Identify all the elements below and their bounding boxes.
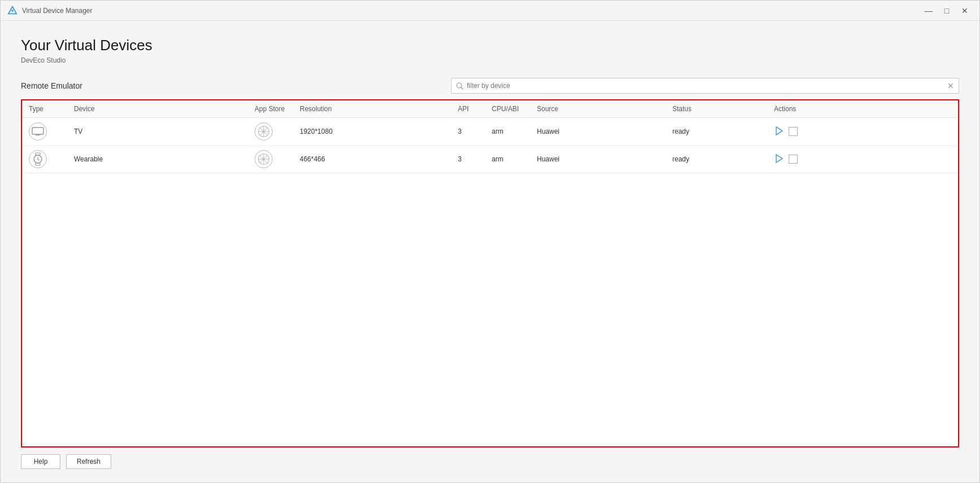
cell-source: Huawei — [530, 146, 666, 173]
cell-actions — [767, 118, 958, 146]
appstore-icon — [255, 150, 273, 168]
cell-source: Huawei — [530, 118, 666, 146]
title-bar-left: Virtual Device Manager — [7, 6, 93, 16]
svg-rect-4 — [32, 128, 43, 134]
search-box[interactable]: ✕ — [451, 78, 959, 94]
col-header-status: Status — [666, 100, 767, 118]
cell-status: ready — [666, 146, 767, 173]
cell-api: 3 — [451, 146, 485, 173]
play-button[interactable] — [774, 125, 784, 138]
col-header-api: API — [451, 100, 485, 118]
window-controls: — □ ✕ — [921, 4, 973, 17]
cell-type — [22, 118, 67, 146]
maximize-button[interactable]: □ — [939, 4, 955, 17]
title-bar: Virtual Device Manager — □ ✕ — [1, 1, 979, 21]
cell-resolution: 466*466 — [293, 146, 451, 173]
cell-cpuabi: arm — [485, 146, 530, 173]
cell-cpuabi: arm — [485, 118, 530, 146]
main-content: Your Virtual Devices DevEco Studio Remot… — [1, 21, 979, 482]
col-header-cpuabi: CPU/ABI — [485, 100, 530, 118]
cell-resolution: 1920*1080 — [293, 118, 451, 146]
devices-table: Type Device App Store Resolution API CPU… — [22, 100, 958, 173]
refresh-button[interactable]: Refresh — [66, 454, 111, 469]
cell-type — [22, 146, 67, 173]
cell-actions — [767, 146, 958, 173]
device-type-icon — [29, 122, 47, 140]
cell-appstore — [248, 118, 293, 146]
footer: Help Refresh — [21, 447, 959, 471]
action-square-button[interactable] — [789, 127, 798, 136]
cell-device: TV — [67, 118, 248, 146]
col-header-device: Device — [67, 100, 248, 118]
app-logo-icon — [7, 6, 18, 16]
section-title: Remote Emulator — [21, 81, 82, 90]
close-button[interactable]: ✕ — [957, 4, 973, 17]
main-window: Virtual Device Manager — □ ✕ Your Virtua… — [0, 0, 980, 483]
cell-status: ready — [666, 118, 767, 146]
window-title: Virtual Device Manager — [22, 7, 93, 15]
play-button[interactable] — [774, 153, 784, 166]
table-header-row: Type Device App Store Resolution API CPU… — [22, 100, 958, 118]
col-header-type: Type — [22, 100, 67, 118]
cell-api: 3 — [451, 118, 485, 146]
table-row: TV 1920*1080 3 arm Huawei ready — [22, 118, 958, 146]
page-subtitle: DevEco Studio — [21, 56, 959, 64]
svg-line-3 — [461, 87, 463, 89]
minimize-button[interactable]: — — [921, 4, 937, 17]
section-header: Remote Emulator ✕ — [21, 78, 959, 94]
appstore-icon — [255, 122, 273, 140]
col-header-actions: Actions — [767, 100, 958, 118]
col-header-source: Source — [530, 100, 666, 118]
table-row: Wearable 466*466 3 arm Huawei ready — [22, 146, 958, 173]
cell-device: Wearable — [67, 146, 248, 173]
search-input[interactable] — [467, 82, 944, 90]
search-icon — [456, 82, 463, 90]
page-title: Your Virtual Devices — [21, 37, 959, 54]
col-header-appstore: App Store — [248, 100, 293, 118]
search-clear-icon[interactable]: ✕ — [947, 82, 954, 90]
cell-appstore — [248, 146, 293, 173]
svg-line-17 — [38, 159, 39, 160]
device-type-icon — [29, 150, 47, 168]
help-button[interactable]: Help — [21, 454, 60, 469]
devices-table-container: Type Device App Store Resolution API CPU… — [21, 99, 959, 447]
col-header-resolution: Resolution — [293, 100, 451, 118]
svg-point-1 — [11, 10, 14, 12]
action-square-button[interactable] — [789, 155, 798, 164]
